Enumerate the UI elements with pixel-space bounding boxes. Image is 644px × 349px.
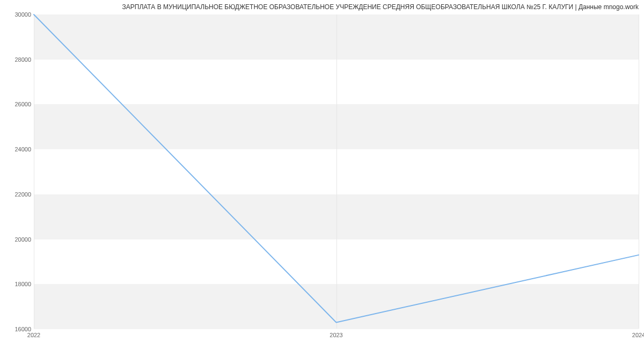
y-tick-label: 16000 — [4, 326, 31, 332]
y-tick-label: 28000 — [4, 56, 31, 63]
y-tick-label: 24000 — [4, 146, 31, 152]
chart-container: ЗАРПЛАТА В МУНИЦИПАЛЬНОЕ БЮДЖЕТНОЕ ОБРАЗ… — [0, 0, 644, 349]
gridline-vertical — [639, 14, 639, 329]
y-tick-label: 20000 — [4, 236, 31, 243]
x-tick-label: 2022 — [27, 332, 40, 338]
x-tick-label: 2023 — [330, 332, 342, 338]
y-tick-label: 22000 — [4, 191, 31, 198]
y-tick-label: 18000 — [4, 281, 31, 287]
plot-area — [34, 14, 639, 329]
y-tick-label: 30000 — [4, 11, 31, 18]
y-tick-label: 26000 — [4, 101, 31, 107]
x-tick-label: 2024 — [632, 332, 644, 338]
chart-title: ЗАРПЛАТА В МУНИЦИПАЛЬНОЕ БЮДЖЕТНОЕ ОБРАЗ… — [5, 3, 639, 11]
line-series — [34, 14, 639, 329]
